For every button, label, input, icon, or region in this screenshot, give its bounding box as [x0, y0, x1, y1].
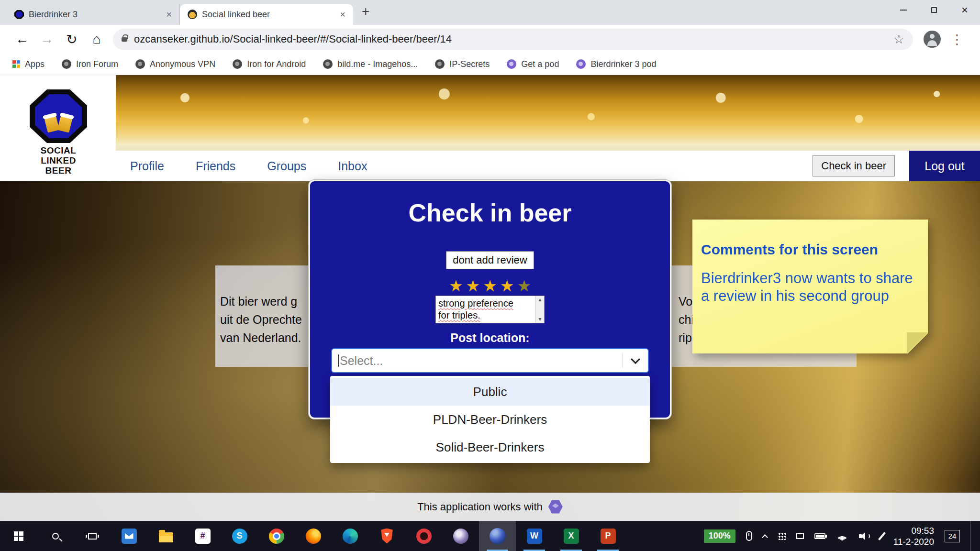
opera-button[interactable]	[405, 521, 442, 551]
wifi-icon[interactable]	[836, 531, 848, 541]
mail-app-button[interactable]	[111, 521, 147, 551]
task-view-button[interactable]	[74, 521, 111, 551]
battery-percent-badge[interactable]: 100%	[704, 529, 735, 543]
bookmark-bild-me[interactable]: bild.me - Imagehos...	[323, 59, 418, 69]
star-icon[interactable]: ★	[449, 278, 463, 294]
page-footer: This application works with	[0, 493, 980, 521]
scroll-down-icon[interactable]: ▼	[538, 317, 543, 322]
gimp-icon	[453, 529, 468, 544]
nav-item-profile[interactable]: Profile	[130, 159, 164, 173]
option-public[interactable]: Public	[330, 378, 650, 406]
nav-item-friends[interactable]: Friends	[196, 159, 235, 173]
file-explorer-button[interactable]	[147, 521, 184, 551]
minimize-button[interactable]	[888, 0, 919, 20]
firefox-icon	[306, 529, 321, 544]
chrome-icon	[269, 529, 284, 544]
brave-button[interactable]	[368, 521, 405, 551]
windows-taskbar: # S W X P 100% 09:53 11-2-2020 24	[0, 521, 980, 551]
powerpoint-button[interactable]: P	[590, 521, 626, 551]
word-button[interactable]: W	[516, 521, 553, 551]
logout-button[interactable]: Log out	[909, 151, 980, 181]
maximize-button[interactable]	[919, 0, 949, 20]
bookmark-label: Get a pod	[521, 59, 559, 69]
check-in-beer-button[interactable]: Check in beer	[813, 155, 895, 176]
nav-item-inbox[interactable]: Inbox	[338, 159, 367, 173]
site-header: Profile Friends Groups Inbox Check in be…	[0, 75, 980, 181]
review-textarea[interactable]: strong preference for triples. ▲ ▼	[435, 296, 545, 323]
beer-mug-icon	[57, 116, 73, 132]
firefox-button[interactable]	[295, 521, 332, 551]
notification-badge[interactable]: 24	[945, 530, 960, 542]
star-icon[interactable]: ★	[500, 278, 514, 294]
slack-button[interactable]: #	[184, 521, 221, 551]
post-location-select[interactable]: Select...	[331, 348, 649, 373]
search-button[interactable]	[37, 521, 74, 551]
dont-add-review-button[interactable]: dont add review	[446, 251, 534, 269]
sticky-note: Comments for this screen Bierdrinker3 no…	[692, 220, 928, 353]
bookmark-iron-for-android[interactable]: Iron for Android	[233, 59, 306, 69]
tab-close-icon[interactable]: ×	[164, 9, 174, 20]
option-solid-beer-drinkers[interactable]: Solid-Beer-Drinkers	[330, 433, 650, 461]
tray-expand-icon[interactable]	[762, 534, 768, 540]
textarea-scrollbar[interactable]: ▲ ▼	[535, 296, 544, 323]
skype-icon: S	[232, 529, 247, 544]
bookmark-get-a-pod[interactable]: Get a pod	[507, 59, 559, 69]
url-text[interactable]: ozcanseker.github.io/Social-linked-beer/…	[134, 33, 893, 45]
tab-close-icon[interactable]: ×	[338, 9, 347, 20]
logo-line-2: LINKED BEER	[27, 155, 90, 176]
tab-social-linked-beer[interactable]: Social linked beer ×	[180, 4, 353, 25]
star-icon[interactable]: ★	[517, 278, 531, 294]
bookmark-iron-forum[interactable]: Iron Forum	[62, 59, 118, 69]
star-icon[interactable]: ★	[483, 278, 497, 294]
mail-icon	[122, 529, 137, 544]
show-desktop-button[interactable]	[970, 521, 973, 551]
star-icon[interactable]: ★	[466, 278, 480, 294]
close-button[interactable]: ×	[949, 0, 980, 20]
solid-logo-icon[interactable]	[548, 500, 563, 514]
gimp-button[interactable]	[442, 521, 479, 551]
bookmark-ip-secrets[interactable]: IP-Secrets	[435, 59, 490, 69]
opera-icon	[416, 529, 432, 544]
logo-octagon-inner	[35, 94, 82, 138]
scroll-up-icon[interactable]: ▲	[538, 297, 543, 302]
bookmark-label: Anonymous VPN	[150, 59, 215, 69]
folder-icon	[159, 532, 173, 542]
select-dropdown-toggle[interactable]	[623, 357, 648, 364]
edge-button[interactable]	[332, 521, 368, 551]
home-button[interactable]: ⌂	[84, 32, 109, 47]
chrome-button[interactable]	[258, 521, 295, 551]
taskbar-clock[interactable]: 09:53 11-2-2020	[893, 525, 934, 547]
skype-button[interactable]: S	[221, 521, 258, 551]
site-logo[interactable]: SOCIAL LINKED BEER	[27, 89, 90, 176]
option-pldn-beer-drinkers[interactable]: PLDN-Beer-Drinkers	[330, 406, 650, 433]
address-bar[interactable]: ozcanseker.github.io/Social-linked-beer/…	[113, 29, 913, 50]
pen-icon[interactable]	[878, 532, 886, 540]
browser-menu-icon[interactable]: ⋮	[950, 32, 964, 47]
active-browser-button[interactable]	[479, 521, 516, 551]
reload-button[interactable]: ↻	[59, 32, 84, 47]
logo-text: SOCIAL LINKED BEER	[27, 145, 90, 176]
forward-button[interactable]: →	[34, 32, 59, 47]
brave-icon	[380, 529, 394, 544]
excel-button[interactable]: X	[553, 521, 590, 551]
review-text[interactable]: strong preference for triples.	[436, 296, 535, 323]
mouse-icon[interactable]	[746, 531, 752, 541]
bookmark-anonymous-vpn[interactable]: Anonymous VPN	[135, 59, 215, 69]
bookmark-star-icon[interactable]: ☆	[893, 32, 904, 47]
bookmark-bierdrinker-3-pod[interactable]: Bierdrinker 3 pod	[576, 59, 656, 69]
battery-icon[interactable]	[814, 533, 825, 539]
nav-item-groups[interactable]: Groups	[267, 159, 306, 173]
nav-links: Profile Friends Groups Inbox	[130, 159, 367, 173]
package-icon[interactable]	[796, 533, 804, 539]
start-button[interactable]	[0, 521, 37, 551]
dots-grid-icon[interactable]	[778, 532, 786, 540]
profile-avatar[interactable]	[924, 31, 941, 48]
volume-icon[interactable]	[859, 532, 870, 540]
new-tab-button[interactable]: +	[362, 4, 369, 19]
back-button[interactable]: ←	[10, 32, 34, 47]
bookmarks-bar: Apps Iron Forum Anonymous VPN Iron for A…	[0, 54, 980, 75]
tab-bierdrinker-3[interactable]: Bierdrinker 3 ×	[7, 4, 180, 25]
clock-date: 11-2-2020	[893, 536, 934, 547]
lock-icon[interactable]	[122, 37, 127, 42]
bookmark-apps[interactable]: Apps	[12, 59, 45, 69]
